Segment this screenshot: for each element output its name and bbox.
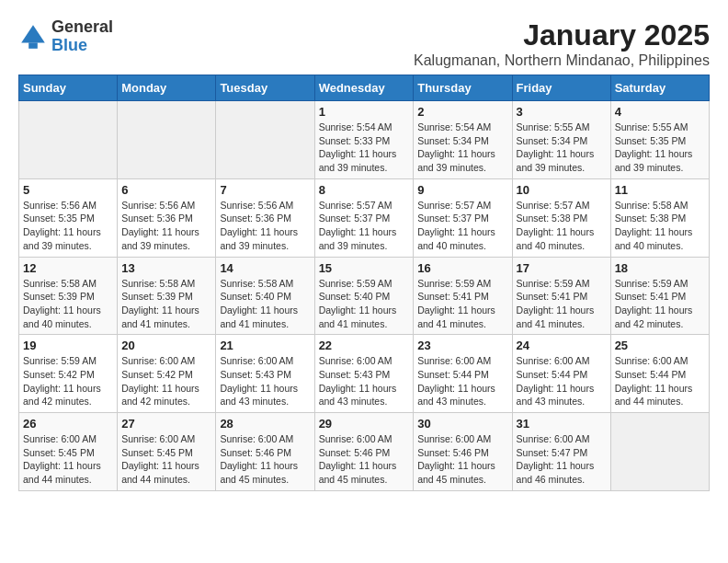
day-number: 6 <box>121 183 211 197</box>
day-number: 26 <box>23 417 113 431</box>
calendar-day-cell: 8Sunrise: 5:57 AMSunset: 5:37 PMDaylight… <box>314 178 414 257</box>
calendar-day-cell: 22Sunrise: 6:00 AMSunset: 5:43 PMDayligh… <box>314 335 414 413</box>
day-info: Sunrise: 6:00 AMSunset: 5:44 PMDaylight:… <box>615 354 705 408</box>
weekday-header: Monday <box>118 75 216 101</box>
day-number: 7 <box>220 183 310 197</box>
calendar-day-cell: 27Sunrise: 6:00 AMSunset: 5:45 PMDayligh… <box>118 413 216 491</box>
svg-rect-1 <box>28 42 38 48</box>
calendar-day-cell: 2Sunrise: 5:54 AMSunset: 5:34 PMDaylight… <box>414 101 512 179</box>
page-subtitle: Kalugmanan, Northern Mindanao, Philippin… <box>414 52 710 69</box>
day-info: Sunrise: 5:57 AMSunset: 5:38 PMDaylight:… <box>517 199 607 253</box>
day-info: Sunrise: 5:55 AMSunset: 5:35 PMDaylight:… <box>615 121 705 175</box>
calendar-day-cell: 26Sunrise: 6:00 AMSunset: 5:45 PMDayligh… <box>19 413 118 491</box>
day-number: 23 <box>417 339 507 352</box>
day-info: Sunrise: 5:57 AMSunset: 5:37 PMDaylight:… <box>319 199 410 253</box>
calendar-day-cell: 17Sunrise: 5:59 AMSunset: 5:41 PMDayligh… <box>512 257 610 335</box>
logo-text: General Blue <box>51 18 113 55</box>
day-info: Sunrise: 6:00 AMSunset: 5:46 PMDaylight:… <box>417 432 507 487</box>
day-number: 19 <box>23 339 113 352</box>
calendar-day-cell: 6Sunrise: 5:56 AMSunset: 5:36 PMDaylight… <box>118 178 216 257</box>
calendar-day-cell: 21Sunrise: 6:00 AMSunset: 5:43 PMDayligh… <box>216 335 314 413</box>
weekday-header: Saturday <box>610 75 709 101</box>
calendar-week-row: 19Sunrise: 5:59 AMSunset: 5:42 PMDayligh… <box>19 335 710 413</box>
calendar-day-cell: 24Sunrise: 6:00 AMSunset: 5:44 PMDayligh… <box>512 335 610 413</box>
day-info: Sunrise: 5:56 AMSunset: 5:36 PMDaylight:… <box>121 199 211 253</box>
calendar-day-cell: 18Sunrise: 5:59 AMSunset: 5:41 PMDayligh… <box>610 257 709 335</box>
calendar-day-cell: 11Sunrise: 5:58 AMSunset: 5:38 PMDayligh… <box>610 178 709 257</box>
calendar-day-cell: 12Sunrise: 5:58 AMSunset: 5:39 PMDayligh… <box>19 257 118 335</box>
day-number: 8 <box>319 183 410 197</box>
day-number: 16 <box>417 261 507 275</box>
day-number: 18 <box>615 261 705 275</box>
day-info: Sunrise: 5:55 AMSunset: 5:34 PMDaylight:… <box>517 121 607 175</box>
calendar-week-row: 26Sunrise: 6:00 AMSunset: 5:45 PMDayligh… <box>19 413 710 491</box>
day-number: 2 <box>417 105 507 119</box>
day-number: 14 <box>220 261 310 275</box>
day-number: 28 <box>220 417 310 431</box>
calendar-day-cell <box>610 413 709 491</box>
calendar-table: SundayMondayTuesdayWednesdayThursdayFrid… <box>18 75 710 491</box>
calendar-week-row: 1Sunrise: 5:54 AMSunset: 5:33 PMDaylight… <box>19 101 710 179</box>
calendar-day-cell: 4Sunrise: 5:55 AMSunset: 5:35 PMDaylight… <box>610 101 709 179</box>
day-number: 3 <box>517 105 607 119</box>
svg-marker-0 <box>21 25 45 42</box>
calendar-day-cell: 15Sunrise: 5:59 AMSunset: 5:40 PMDayligh… <box>314 257 414 335</box>
day-info: Sunrise: 5:56 AMSunset: 5:36 PMDaylight:… <box>220 199 310 253</box>
day-number: 31 <box>517 417 607 431</box>
weekday-header: Wednesday <box>314 75 414 101</box>
calendar-day-cell: 5Sunrise: 5:56 AMSunset: 5:35 PMDaylight… <box>19 178 118 257</box>
day-number: 17 <box>517 261 607 275</box>
day-number: 9 <box>417 183 507 197</box>
day-number: 25 <box>615 339 705 352</box>
day-info: Sunrise: 5:54 AMSunset: 5:34 PMDaylight:… <box>417 121 507 175</box>
day-info: Sunrise: 6:00 AMSunset: 5:46 PMDaylight:… <box>319 432 410 487</box>
title-block: January 2025 Kalugmanan, Northern Mindan… <box>414 18 710 69</box>
calendar-day-cell: 3Sunrise: 5:55 AMSunset: 5:34 PMDaylight… <box>512 101 610 179</box>
day-info: Sunrise: 5:59 AMSunset: 5:40 PMDaylight:… <box>319 277 410 331</box>
day-info: Sunrise: 6:00 AMSunset: 5:43 PMDaylight:… <box>319 354 410 408</box>
calendar-day-cell: 31Sunrise: 6:00 AMSunset: 5:47 PMDayligh… <box>512 413 610 491</box>
day-info: Sunrise: 5:59 AMSunset: 5:41 PMDaylight:… <box>417 277 507 331</box>
logo-icon <box>18 22 48 52</box>
day-info: Sunrise: 6:00 AMSunset: 5:46 PMDaylight:… <box>220 432 310 487</box>
day-number: 12 <box>23 261 113 275</box>
weekday-header: Tuesday <box>216 75 314 101</box>
calendar-day-cell: 23Sunrise: 6:00 AMSunset: 5:44 PMDayligh… <box>414 335 512 413</box>
day-info: Sunrise: 5:59 AMSunset: 5:41 PMDaylight:… <box>615 277 705 331</box>
day-number: 11 <box>615 183 705 197</box>
day-number: 20 <box>121 339 211 352</box>
calendar-day-cell: 29Sunrise: 6:00 AMSunset: 5:46 PMDayligh… <box>314 413 414 491</box>
day-info: Sunrise: 6:00 AMSunset: 5:45 PMDaylight:… <box>23 432 113 487</box>
calendar-day-cell: 16Sunrise: 5:59 AMSunset: 5:41 PMDayligh… <box>414 257 512 335</box>
logo: General Blue <box>18 18 113 55</box>
weekday-header: Thursday <box>414 75 512 101</box>
calendar-week-row: 5Sunrise: 5:56 AMSunset: 5:35 PMDaylight… <box>19 178 710 257</box>
day-info: Sunrise: 5:58 AMSunset: 5:38 PMDaylight:… <box>615 199 705 253</box>
weekday-header: Sunday <box>19 75 118 101</box>
page-header: General Blue January 2025 Kalugmanan, No… <box>18 18 710 69</box>
calendar-day-cell: 19Sunrise: 5:59 AMSunset: 5:42 PMDayligh… <box>19 335 118 413</box>
day-info: Sunrise: 5:57 AMSunset: 5:37 PMDaylight:… <box>417 199 507 253</box>
day-number: 27 <box>121 417 211 431</box>
day-info: Sunrise: 5:58 AMSunset: 5:39 PMDaylight:… <box>23 277 113 331</box>
calendar-day-cell: 20Sunrise: 6:00 AMSunset: 5:42 PMDayligh… <box>118 335 216 413</box>
day-number: 30 <box>417 417 507 431</box>
day-info: Sunrise: 5:58 AMSunset: 5:39 PMDaylight:… <box>121 277 211 331</box>
day-number: 1 <box>319 105 410 119</box>
calendar-day-cell: 30Sunrise: 6:00 AMSunset: 5:46 PMDayligh… <box>414 413 512 491</box>
day-info: Sunrise: 5:54 AMSunset: 5:33 PMDaylight:… <box>319 121 410 175</box>
calendar-week-row: 12Sunrise: 5:58 AMSunset: 5:39 PMDayligh… <box>19 257 710 335</box>
day-info: Sunrise: 6:00 AMSunset: 5:47 PMDaylight:… <box>517 432 607 487</box>
day-info: Sunrise: 5:58 AMSunset: 5:40 PMDaylight:… <box>220 277 310 331</box>
day-info: Sunrise: 6:00 AMSunset: 5:42 PMDaylight:… <box>121 354 211 408</box>
calendar-day-cell: 9Sunrise: 5:57 AMSunset: 5:37 PMDaylight… <box>414 178 512 257</box>
calendar-day-cell <box>118 101 216 179</box>
day-number: 5 <box>23 183 113 197</box>
day-info: Sunrise: 6:00 AMSunset: 5:44 PMDaylight:… <box>417 354 507 408</box>
day-info: Sunrise: 6:00 AMSunset: 5:45 PMDaylight:… <box>121 432 211 487</box>
day-number: 13 <box>121 261 211 275</box>
calendar-day-cell: 10Sunrise: 5:57 AMSunset: 5:38 PMDayligh… <box>512 178 610 257</box>
day-number: 15 <box>319 261 410 275</box>
day-info: Sunrise: 6:00 AMSunset: 5:43 PMDaylight:… <box>220 354 310 408</box>
day-number: 10 <box>517 183 607 197</box>
